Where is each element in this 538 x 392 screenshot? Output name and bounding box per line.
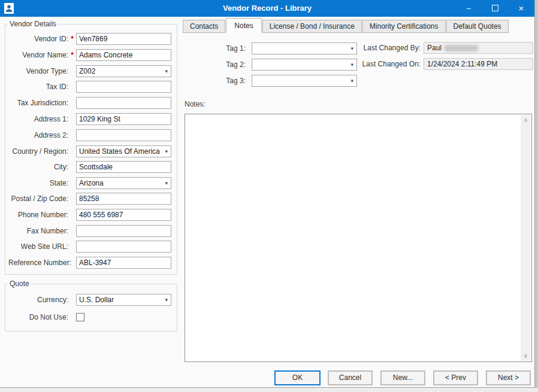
last-changed-by-row: Last Changed By: Paul (359, 42, 533, 54)
vendor-record-dialog: Vendor Record - Library – × Vendor Detai… (0, 0, 535, 388)
vendor-name-input[interactable] (76, 49, 171, 61)
last-changed-on-row: Last Changed On: 1/24/2024 2:11:49 PM (359, 58, 533, 70)
dropdown-arrow-icon: ▾ (350, 45, 353, 51)
vendor-type-label: Vendor Type: (8, 67, 68, 75)
dropdown-arrow-icon: ▾ (165, 68, 168, 74)
dropdown-arrow-icon: ▾ (350, 62, 353, 68)
field-row-tax-jurisdiction: Tax Jurisdiction: (8, 97, 174, 109)
ok-button[interactable]: OK (274, 370, 321, 385)
prev-button[interactable]: < Prev (433, 370, 478, 385)
country-region-select[interactable]: United States Of America ▾ (76, 145, 171, 157)
notes-scrollbar[interactable]: ∧ ∨ (521, 115, 531, 361)
field-row-vendor-name: Vendor Name: * (8, 49, 174, 61)
vendor-name-label: Vendor Name: (8, 51, 68, 59)
fax-number-label: Fax Number: (8, 227, 68, 235)
do-not-use-checkbox[interactable] (76, 313, 84, 321)
tab-contacts[interactable]: Contacts (183, 20, 225, 33)
field-row-currency: Currency: U.S. Dollar ▾ (8, 294, 174, 306)
dropdown-arrow-icon: ▾ (165, 180, 168, 186)
country-region-label: Country / Region: (8, 147, 68, 156)
tab-default-quotes[interactable]: Default Quotes (446, 20, 509, 33)
last-changed-on-field: 1/24/2024 2:11:49 PM (424, 58, 533, 70)
maximize-button[interactable] (482, 0, 508, 17)
vendor-type-select[interactable]: Z002 ▾ (76, 65, 171, 77)
field-row-city: City: (8, 161, 174, 173)
background-window-sliver (535, 0, 538, 392)
field-row-fax: Fax Number: (8, 225, 174, 237)
vendor-id-input[interactable] (76, 33, 171, 45)
tag1-label: Tag 1: (198, 44, 246, 53)
last-changed-by-label: Last Changed By: (359, 44, 421, 52)
field-row-vendor-id: Vendor ID: * (8, 33, 174, 45)
field-row-vendor-type: Vendor Type: Z002 ▾ (8, 65, 174, 77)
tab-minority-certifications[interactable]: Minority Certifications (362, 20, 446, 33)
vendor-person-icon (4, 3, 14, 14)
address1-input[interactable] (76, 113, 171, 125)
city-input[interactable] (76, 161, 171, 173)
tax-id-input[interactable] (76, 81, 171, 93)
website-url-label: Web Site URL: (8, 242, 68, 251)
field-row-state: State: Arizona ▾ (8, 177, 174, 189)
new-button[interactable]: New... (380, 370, 425, 385)
title-bar[interactable]: Vendor Record - Library – × (0, 0, 534, 17)
last-changed-on-label: Last Changed On: (359, 60, 421, 68)
required-marker: * (68, 51, 76, 59)
tag2-row: Tag 2: ▾ (198, 59, 357, 71)
scroll-down-icon[interactable]: ∨ (521, 351, 531, 361)
last-changed-by-field: Paul (424, 42, 533, 54)
field-row-reference: Reference Number: (8, 257, 174, 269)
tax-jurisdiction-label: Tax Jurisdiction: (8, 99, 68, 107)
state-label: State: (8, 179, 68, 187)
tag3-select[interactable]: ▾ (252, 75, 357, 87)
field-row-phone: Phone Number: (8, 209, 174, 221)
fax-number-input[interactable] (76, 225, 171, 237)
close-button[interactable]: × (508, 0, 534, 17)
postal-zip-input[interactable] (76, 193, 171, 205)
quote-legend: Quote (8, 279, 31, 288)
tax-jurisdiction-input[interactable] (76, 97, 171, 109)
window-title: Vendor Record - Library (0, 0, 534, 17)
field-row-do-not-use: Do Not Use: (8, 311, 174, 323)
tag1-row: Tag 1: ▾ (198, 42, 357, 54)
redacted-text (445, 45, 478, 51)
dropdown-arrow-icon: ▾ (165, 297, 168, 303)
city-label: City: (8, 163, 68, 171)
field-row-address2: Address 2: (8, 129, 174, 141)
field-row-website: Web Site URL: (8, 241, 174, 253)
vendor-details-legend: Vendor Details (8, 20, 58, 28)
address1-label: Address 1: (8, 115, 68, 123)
minimize-button[interactable]: – (455, 0, 482, 17)
tag2-select[interactable]: ▾ (252, 59, 357, 71)
screen: Vendor Record - Library – × Vendor Detai… (0, 0, 538, 392)
tag2-label: Tag 2: (198, 60, 246, 69)
currency-label: Currency: (8, 296, 68, 304)
field-row-tax-id: Tax ID: (8, 81, 174, 93)
phone-number-label: Phone Number: (8, 211, 68, 219)
address2-label: Address 2: (8, 131, 68, 139)
minimize-icon: – (466, 4, 470, 13)
dropdown-arrow-icon: ▾ (165, 148, 168, 154)
cancel-button[interactable]: Cancel (328, 370, 373, 385)
scroll-up-icon[interactable]: ∧ (521, 115, 531, 125)
currency-select[interactable]: U.S. Dollar ▾ (76, 294, 171, 306)
tag3-label: Tag 3: (198, 77, 246, 85)
reference-number-label: Reference Number: (8, 259, 68, 267)
state-select[interactable]: Arizona ▾ (76, 177, 171, 189)
tax-id-label: Tax ID: (8, 83, 68, 91)
tag3-row: Tag 3: ▾ (198, 75, 357, 87)
notes-textarea[interactable]: ∧ ∨ (185, 114, 532, 362)
tab-license-bond-insurance[interactable]: License / Bond / Insurance (262, 20, 362, 33)
tab-notes[interactable]: Notes (226, 18, 261, 33)
next-button[interactable]: Next > (486, 370, 531, 385)
maximize-icon (492, 5, 498, 11)
required-marker: * (68, 35, 76, 43)
reference-number-input[interactable] (76, 257, 171, 269)
phone-number-input[interactable] (76, 209, 171, 221)
dropdown-arrow-icon: ▾ (350, 78, 353, 84)
postal-zip-label: Postal / Zip Code: (8, 195, 68, 203)
do-not-use-label: Do Not Use: (8, 313, 68, 321)
address2-input[interactable] (76, 129, 171, 141)
website-url-input[interactable] (76, 241, 171, 253)
tag1-select[interactable]: ▾ (252, 42, 357, 54)
field-row-country-region: Country / Region: United States Of Ameri… (8, 145, 174, 157)
